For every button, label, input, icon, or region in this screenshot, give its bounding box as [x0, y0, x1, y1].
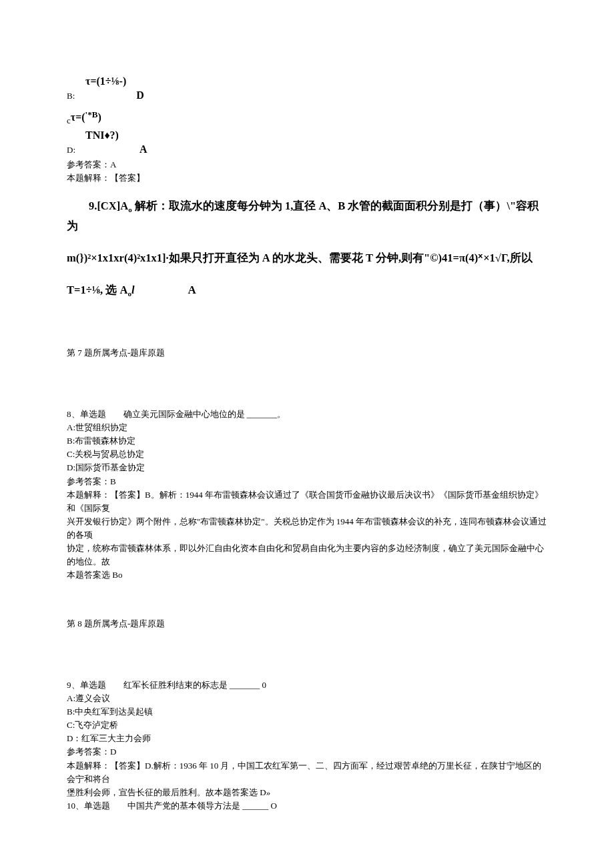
q8-note: 第 8 题所属考点-题库原题	[67, 617, 547, 630]
option-c-mid: τ=(	[71, 111, 85, 123]
option-d-label: D:	[67, 145, 75, 155]
explanation-label-7: 本题解释：【答案】	[67, 171, 547, 185]
math-line-tni: TNI♦?)	[85, 127, 547, 143]
option-d-tail: A	[139, 143, 147, 155]
q9-option-b: B:中央红军到达吴起镇	[67, 705, 547, 719]
q9-header: 9、单选题 红军长征胜利结束的标志是 _______ 0	[67, 679, 547, 692]
q8-option-a: A:世贸组织协定	[67, 421, 547, 434]
q7-note: 第 7 题所属考点-题库原题	[67, 346, 547, 360]
q8-option-c: C:关税与贸易总协定	[67, 448, 547, 461]
q9-explanation-1: 本题解释：【答案】D.解析：1936 年 10 月，中国工农红军第一、二、四方面…	[67, 759, 547, 786]
q8-header: 8、单选题 确立美元国际金融中心地位的是 _______。	[67, 408, 547, 421]
option-c-line: cτ=('*B)	[67, 108, 547, 127]
q8-explanation-2: 兴开发银行协定》两个附件，总称"布雷顿森林协定"。关税总协定作为 1944 年布…	[67, 515, 547, 542]
reference-answer-7: 参考答案：A	[67, 158, 547, 171]
explanation-line-9c: T=1÷⅛, 选 AolA	[67, 280, 547, 301]
math-line-tau1: τ=(1÷⅛-)	[85, 73, 547, 89]
q8-reference-answer: 参考答案：B	[67, 475, 547, 488]
q8-option-b: B:布雷顿森林协定	[67, 434, 547, 448]
option-c-tail: )	[97, 111, 101, 123]
option-b-label: B:	[67, 91, 75, 101]
q8-explanation-4: 本题答案选 Bo	[67, 568, 547, 582]
q9-reference-answer: 参考答案：D	[67, 745, 547, 759]
q8-option-d: D:国际货币基金协定	[67, 461, 547, 474]
option-c-mid2: '*B	[85, 109, 98, 119]
q8-explanation-1: 本题解释：【答案】B。解析：1944 年布雷顿森林会议通过了《联合国货币金融协议…	[67, 488, 547, 515]
q9-option-d: D：红军三大主力会师	[67, 732, 547, 745]
q10-header: 10、单选题 中国共产党的基本领导方法是 ______ O	[67, 799, 547, 813]
q9-option-c: C:飞夺泸定桥	[67, 719, 547, 732]
q9-explanation-2: 堡胜利会师，宣告长征的最后胜利。故本题答案选 D»	[67, 786, 547, 799]
q9-option-a: A:遵义会议	[67, 692, 547, 705]
explanation-line-9a: 9.[CX]Ao 解析：取流水的速度每分钟为 1,直径 A、B 水管的截面面积分…	[67, 196, 547, 237]
explanation-line-9b: m(})²×1x1xr(4)²x1x1]·如果只打开直径为 A 的水龙头、需要花…	[67, 248, 547, 269]
option-b-tail: D	[136, 89, 144, 101]
q8-explanation-3: 协定，统称布雷顿森林体系，即以外汇自由化资本自由化和贸易自由化为主要内容的多边经…	[67, 542, 547, 568]
